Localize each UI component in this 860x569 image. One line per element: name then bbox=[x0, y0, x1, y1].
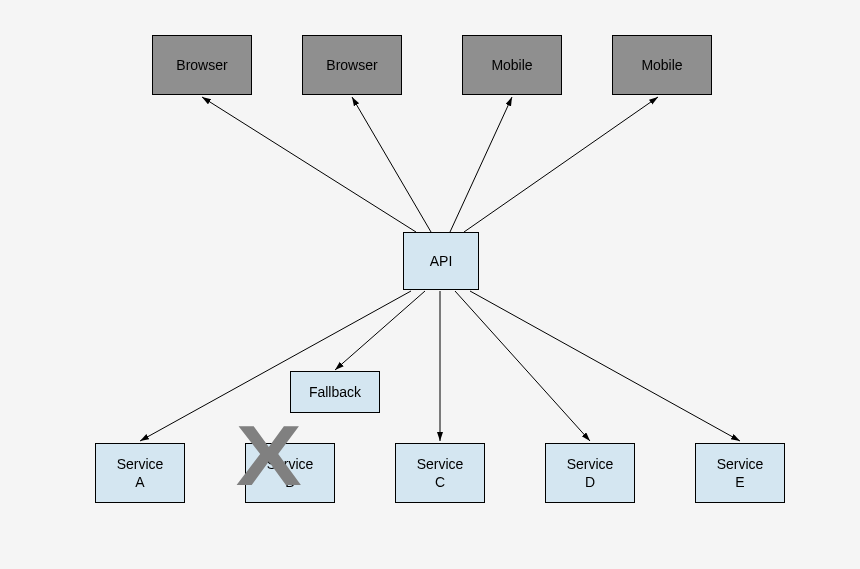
svg-line-0 bbox=[202, 97, 416, 232]
node-label: Mobile bbox=[491, 56, 532, 74]
diagram-canvas: Browser Browser Mobile Mobile API Fallba… bbox=[0, 0, 860, 569]
api-node: API bbox=[403, 232, 479, 290]
svg-line-3 bbox=[464, 97, 658, 232]
svg-line-2 bbox=[450, 97, 512, 232]
fallback-node: Fallback bbox=[290, 371, 380, 413]
client-mobile-2: Mobile bbox=[612, 35, 712, 95]
client-browser-1: Browser bbox=[152, 35, 252, 95]
service-e-node: ServiceE bbox=[695, 443, 785, 503]
service-c-node: ServiceC bbox=[395, 443, 485, 503]
node-label: ServiceD bbox=[567, 455, 614, 491]
node-label: ServiceC bbox=[417, 455, 464, 491]
svg-line-5 bbox=[335, 291, 425, 370]
node-label: Fallback bbox=[309, 383, 361, 401]
service-a-node: ServiceA bbox=[95, 443, 185, 503]
node-label: Mobile bbox=[641, 56, 682, 74]
node-label: ServiceA bbox=[117, 455, 164, 491]
service-d-node: ServiceD bbox=[545, 443, 635, 503]
node-label: API bbox=[430, 252, 453, 270]
node-label: ServiceE bbox=[717, 455, 764, 491]
svg-line-8 bbox=[470, 291, 740, 441]
node-label: Browser bbox=[326, 56, 377, 74]
svg-line-7 bbox=[455, 291, 590, 441]
cross-out-icon: X bbox=[236, 406, 302, 505]
node-label: Browser bbox=[176, 56, 227, 74]
svg-line-1 bbox=[352, 97, 431, 232]
client-mobile-1: Mobile bbox=[462, 35, 562, 95]
client-browser-2: Browser bbox=[302, 35, 402, 95]
